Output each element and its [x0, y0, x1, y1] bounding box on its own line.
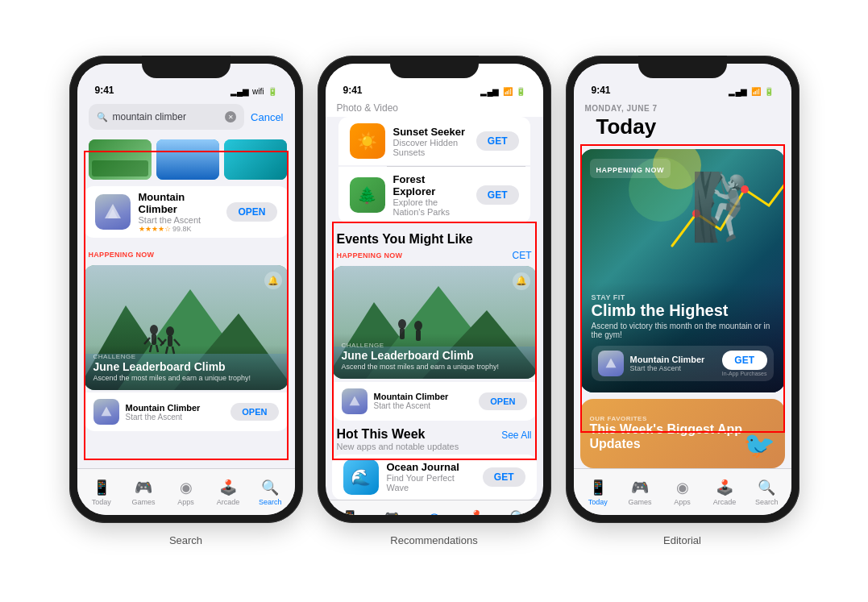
get-button-ocean[interactable]: GET [483, 467, 525, 487]
today-card-happening-text: HAPPENING NOW [596, 166, 665, 174]
today-card-app-name: Mountain Climber [630, 355, 705, 364]
status-icons-2: ▂▄▆ 📶 🔋 [480, 87, 525, 96]
nav-search-3[interactable]: 🔍 Search [745, 479, 787, 506]
nav-search-label-3: Search [755, 498, 779, 506]
svg-point-27 [414, 321, 422, 330]
today-card-app-row[interactable]: Mountain Climber Start the Ascent GET In… [592, 346, 774, 381]
event-app-info-2: Mountain Climber Start the Ascent [374, 392, 473, 410]
event-open-button-1[interactable]: OPEN [230, 403, 278, 421]
event-card-1[interactable]: 🔔 CHALLENGE June Leaderboard Climb Ascen… [84, 265, 289, 390]
nav-apps-icon-1: ◉ [180, 479, 193, 496]
event-label-1: CHALLENGE [93, 353, 279, 360]
wifi-icon-3: 📶 [751, 87, 761, 96]
nav-arcade-1[interactable]: 🕹️ Arcade [207, 479, 249, 506]
screen-editorial: 9:41 ▂▄▆ 📶 🔋 MONDAY, JUNE 7 Today [574, 64, 791, 515]
nav-arcade-2[interactable]: 🕹️ Arcade [455, 509, 497, 515]
app-info-forest: Forest Explorer Explore the Nation's Par… [393, 173, 468, 217]
nav-apps-3[interactable]: ◉ Apps [661, 479, 703, 506]
event-card-2[interactable]: 🔔 CHALLENGE June Leaderboard Climb Ascen… [332, 266, 537, 379]
our-favorites-card[interactable]: OUR FAVORITES This Week's Biggest App Up… [580, 399, 785, 468]
phone-label-search: Search [169, 534, 202, 546]
happening-label-rec[interactable]: CET [513, 250, 532, 261]
nav-today-icon-2: 📱 [341, 509, 359, 515]
today-card-big: Climb the Highest [592, 301, 774, 319]
nav-arcade-3[interactable]: 🕹️ Arcade [704, 479, 745, 506]
search-clear-button[interactable]: ✕ [225, 111, 236, 122]
nav-today-1[interactable]: 📱 Today [81, 479, 123, 506]
screen-recommendations: 9:41 ▂▄▆ 📶 🔋 Photo & Video ☀️ Sunse [326, 64, 543, 515]
nav-search-icon-2: 🔍 [509, 509, 527, 515]
battery-icon: 🔋 [268, 87, 277, 96]
event-app-icon-2 [342, 388, 368, 414]
search-box[interactable]: 🔍 mountain climber ✕ [89, 104, 245, 130]
thumbnail-1[interactable] [89, 139, 152, 180]
nav-today-3[interactable]: 📱 Today [577, 479, 619, 506]
phone-label-rec: Recommendations [390, 534, 477, 546]
status-icons-3: ▂▄▆ 📶 🔋 [729, 87, 773, 96]
thumbnail-row [77, 136, 295, 183]
nav-arcade-icon-3: 🕹️ [716, 479, 733, 496]
wifi-icon-2: 📶 [503, 87, 513, 96]
event-app-info-1: Mountain Climber Start the Ascent [126, 403, 225, 421]
today-card-get-wrapper: GET In-App Purchases [722, 351, 767, 376]
hot-app-row[interactable]: 🌊 Ocean Journal Find Your Perfect Wave G… [332, 455, 537, 500]
nav-arcade-icon-1: 🕹️ [219, 479, 237, 496]
today-card-app-icon [598, 351, 624, 376]
nav-games-3[interactable]: 🎮 Games [619, 479, 661, 506]
happening-now-section: HAPPENING NOW [77, 241, 295, 262]
nav-games-icon-2: 🎮 [383, 509, 401, 515]
status-icons-1: ▂▄▆ wifi 🔋 [230, 87, 277, 96]
nav-apps-1[interactable]: ◉ Apps [164, 479, 206, 506]
list-item-forest[interactable]: 🌲 Forest Explorer Explore the Nation's P… [338, 167, 530, 223]
svg-marker-29 [349, 396, 359, 405]
nav-today-icon-1: 📱 [93, 479, 110, 496]
hot-section-sub: New apps and notable updates [337, 442, 459, 451]
nav-today-icon-3: 📱 [589, 479, 607, 496]
cancel-button[interactable]: Cancel [251, 111, 283, 123]
bell-icon-1[interactable]: 🔔 [264, 272, 282, 289]
nav-search-2[interactable]: 🔍 Search [497, 509, 539, 515]
nav-apps-2[interactable]: ◉ Apps [413, 509, 455, 515]
hot-section-title: Hot This Week [337, 427, 459, 442]
status-time-3: 9:41 [592, 85, 611, 96]
event-open-button-2[interactable]: OPEN [479, 392, 526, 410]
phone-recommendations: 9:41 ▂▄▆ 📶 🔋 Photo & Video ☀️ Sunse [318, 56, 551, 523]
nav-apps-label-3: Apps [674, 498, 691, 506]
event-app-name-2: Mountain Climber [374, 392, 473, 401]
status-time-2: 9:41 [343, 85, 363, 96]
bottom-nav-1: 📱 Today 🎮 Games ◉ Apps 🕹️ Arcade [77, 468, 295, 515]
thumbnail-3[interactable] [224, 139, 287, 180]
svg-rect-8 [152, 334, 156, 345]
list-item-sunset[interactable]: ☀️ Sunset Seeker Discover Hidden Sunsets… [338, 117, 530, 165]
phone-search: 9:41 ▂▄▆ wifi 🔋 🔍 mountain climber ✕ Can… [69, 56, 303, 523]
bell-icon-2[interactable]: 🔔 [513, 272, 530, 290]
our-fav-label: OUR FAVORITES [590, 415, 775, 422]
phone-search-wrapper: 9:41 ▂▄▆ wifi 🔋 🔍 mountain climber ✕ Can… [69, 56, 303, 546]
nav-today-2[interactable]: 📱 Today [329, 509, 371, 515]
today-card-get-button[interactable]: GET [722, 351, 767, 370]
thumbnail-2[interactable] [156, 139, 219, 180]
nav-games-1[interactable]: 🎮 Games [123, 479, 164, 506]
app-name-sunset: Sunset Seeker [393, 126, 468, 138]
nav-games-2[interactable]: 🎮 Games [371, 509, 413, 515]
event-app-name-1: Mountain Climber [126, 403, 225, 413]
nav-arcade-label-3: Arcade [713, 498, 737, 506]
see-all-hot[interactable]: See All [501, 430, 531, 441]
app-sub-ocean: Find Your Perfect Wave [387, 473, 475, 492]
today-date: MONDAY, JUNE 7 [574, 99, 791, 114]
signal-icon-2: ▂▄▆ [480, 87, 499, 96]
today-title: Today [585, 114, 668, 144]
happening-now-badge: HAPPENING NOW [89, 251, 155, 259]
app-info-ocean: Ocean Journal Find Your Perfect Wave [387, 461, 475, 492]
get-button-sunset[interactable]: GET [476, 131, 519, 151]
nav-search-1[interactable]: 🔍 Search [249, 479, 291, 506]
happening-now-row-2: HAPPENING NOW CET [326, 250, 543, 263]
get-button-forest[interactable]: GET [476, 185, 519, 205]
app-row-mountain-climber[interactable]: Mountain Climber Start the Ascent ★★★★☆ … [84, 186, 289, 238]
nav-search-icon-3: 🔍 [758, 479, 775, 496]
phone-recommendations-wrapper: 9:41 ▂▄▆ 📶 🔋 Photo & Video ☀️ Sunse [318, 56, 551, 546]
nav-games-icon-3: 🎮 [631, 479, 649, 496]
open-button-mountain-climber[interactable]: OPEN [226, 202, 276, 222]
today-card[interactable]: HAPPENING NOW 🧗 STAY FIT Climb the Highe… [580, 149, 785, 392]
event-bg-2: 🔔 CHALLENGE June Leaderboard Climb Ascen… [332, 266, 537, 379]
